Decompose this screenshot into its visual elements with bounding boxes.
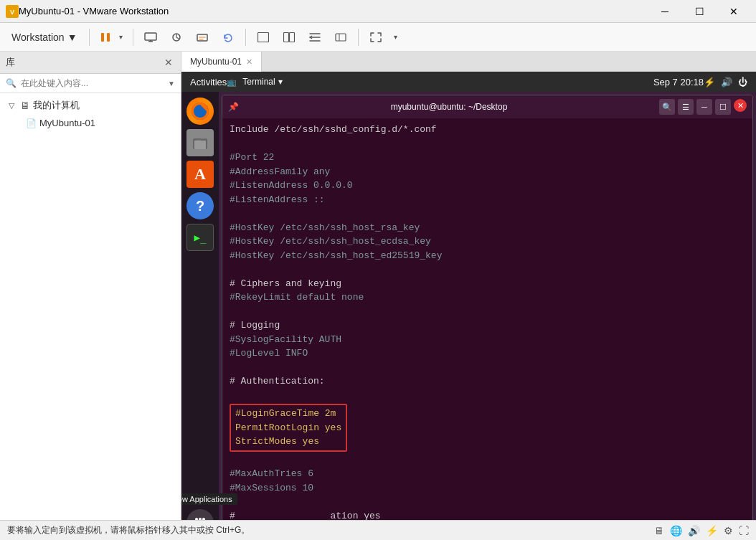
terminal-menu-arrow: ▾ bbox=[278, 77, 283, 87]
vmview2-button[interactable] bbox=[278, 26, 301, 49]
maximize-button[interactable]: ☐ bbox=[683, 0, 716, 23]
status-bar: 要将输入定向到该虚拟机，请将鼠标指针移入其中或按 Ctrl+G。 🖥 🌐 🔊 ⚡… bbox=[0, 520, 756, 540]
term-line-1: Include /etc/ssh/sshd_config.d/*.conf bbox=[230, 123, 745, 137]
ubuntu-topbar-right: ⚡ 🔊 ⏻ bbox=[704, 77, 747, 87]
term-line-auth: # Authentication: bbox=[230, 374, 745, 389]
status-stretch-icon[interactable]: ⛶ bbox=[739, 525, 749, 536]
ubuntu-power-icon[interactable]: ⏻ bbox=[738, 77, 747, 87]
svg-rect-6 bbox=[150, 40, 151, 42]
term-line-empty-6 bbox=[230, 389, 745, 403]
term-line-hk2: #HostKey /etc/ssh/ssh_host_ecdsa_key bbox=[230, 235, 745, 249]
status-settings-icon[interactable]: ⚙ bbox=[724, 525, 733, 536]
term-line-empty-4 bbox=[230, 305, 745, 319]
vm-tab-myubuntu[interactable]: MyUbuntu-01 ✕ bbox=[181, 52, 262, 72]
revert-button[interactable] bbox=[217, 26, 240, 49]
dock-terminal-icon[interactable]: ▶_ bbox=[186, 224, 214, 251]
term-line-empty-8 bbox=[230, 495, 745, 509]
ubuntu-topbar: Activities 📺 Terminal ▾ Sep 7 20:18 ⚡ 🔊 … bbox=[181, 72, 756, 92]
vm-area: MyUbuntu-01 ✕ Activities 📺 Terminal ▾ bbox=[181, 52, 756, 520]
pause-dropdown-button[interactable]: ▾ bbox=[115, 27, 127, 47]
terminal-content[interactable]: Include /etc/ssh/sshd_config.d/*.conf #P… bbox=[222, 118, 752, 520]
terminal-minimize-button[interactable]: ─ bbox=[696, 99, 712, 115]
status-vm-icon[interactable]: 🖥 bbox=[654, 525, 664, 536]
vm-tab-label: MyUbuntu-01 bbox=[190, 57, 242, 67]
term-line-la2: #ListenAddress :: bbox=[230, 193, 745, 207]
highlighted-config-block: #LoginGraceTime 2m PermitRootLogin yes S… bbox=[230, 404, 347, 452]
terminal-menu-label: Terminal bbox=[242, 77, 275, 87]
ubuntu-topbar-center: 📺 Terminal ▾ bbox=[227, 77, 282, 87]
tree-mycomputer-label: 我的计算机 bbox=[33, 99, 80, 112]
term-line-permit-root: PermitRootLogin yes bbox=[235, 421, 341, 435]
vmview4-button[interactable] bbox=[329, 26, 352, 49]
svg-point-17 bbox=[199, 518, 202, 520]
vm-icon: 📄 bbox=[26, 118, 37, 128]
search-dropdown-icon[interactable]: ▼ bbox=[168, 80, 175, 87]
ubuntu-dock: A ? ▶_ bbox=[181, 92, 219, 520]
svg-point-18 bbox=[202, 518, 205, 520]
tree-item-mycomputer[interactable]: ▽ 🖥 我的计算机 bbox=[0, 96, 181, 115]
ubuntu-container: Activities 📺 Terminal ▾ Sep 7 20:18 ⚡ 🔊 … bbox=[181, 72, 756, 520]
term-line-empty-2 bbox=[230, 207, 745, 221]
sidebar-title: 库 bbox=[6, 56, 15, 69]
dock-apps-group: Show Applications bbox=[186, 509, 214, 520]
dock-files-icon[interactable] bbox=[186, 129, 214, 156]
dock-software-icon[interactable]: A bbox=[186, 161, 214, 188]
sidebar-search: 🔍 ▼ bbox=[0, 74, 181, 93]
terminal-icon-label: ▶_ bbox=[194, 232, 207, 243]
ubuntu-network-icon[interactable]: ⚡ bbox=[704, 77, 715, 87]
ubuntu-audio-icon[interactable]: 🔊 bbox=[721, 77, 732, 87]
terminal-close-button[interactable]: ✕ bbox=[734, 99, 747, 112]
term-line-empty-5 bbox=[230, 361, 745, 375]
snapshot-button[interactable] bbox=[165, 26, 188, 49]
status-audio-icon[interactable]: 🔊 bbox=[688, 525, 700, 536]
svg-rect-3 bbox=[107, 33, 110, 42]
help-icon-label: ? bbox=[196, 198, 204, 214]
vmware-logo: V bbox=[6, 5, 19, 18]
term-line-rekey: #RekeyLimit default none bbox=[230, 290, 745, 305]
term-line-loglevel: #LogLevel INFO bbox=[230, 346, 745, 361]
vmview3-button[interactable] bbox=[303, 26, 326, 49]
dock-firefox-icon[interactable] bbox=[186, 98, 214, 125]
term-line-af: #AddressFamily any bbox=[230, 165, 745, 179]
terminal-menu-button[interactable]: Terminal ▾ bbox=[242, 77, 282, 87]
svg-rect-4 bbox=[145, 33, 156, 40]
minimize-button[interactable]: ─ bbox=[648, 0, 681, 23]
close-button[interactable]: ✕ bbox=[717, 0, 750, 23]
search-input[interactable] bbox=[21, 78, 168, 88]
dock-help-icon[interactable]: ? bbox=[186, 192, 214, 219]
status-right-icons: 🖥 🌐 🔊 ⚡ ⚙ ⛶ bbox=[654, 525, 749, 536]
terminal-menu-button-bar[interactable]: ☰ bbox=[678, 99, 694, 115]
terminal-maximize-button[interactable]: ☐ bbox=[715, 99, 731, 115]
term-line-partial: # ation yes bbox=[230, 509, 745, 521]
workstation-label: Workstation bbox=[11, 32, 65, 43]
dock-show-apps-icon[interactable] bbox=[186, 509, 214, 520]
fullscreen-dropdown-button[interactable]: ▾ bbox=[390, 27, 402, 47]
status-power-icon[interactable]: ⚡ bbox=[706, 525, 718, 536]
title-bar-controls: ─ ☐ ✕ bbox=[648, 0, 750, 23]
tree-item-vm[interactable]: 📄 MyUbuntu-01 bbox=[0, 115, 181, 131]
display-button[interactable] bbox=[139, 26, 162, 49]
main-area: 库 ✕ 🔍 ▼ ▽ 🖥 我的计算机 📄 MyUbuntu-01 MyUbuntu… bbox=[0, 52, 756, 520]
workstation-dropdown-icon: ▼ bbox=[67, 32, 77, 43]
sidebar-close-button[interactable]: ✕ bbox=[162, 56, 175, 69]
term-line-port: #Port 22 bbox=[230, 151, 745, 165]
term-line-login-grace: #LoginGraceTime 2m bbox=[235, 407, 341, 421]
term-line-empty-1 bbox=[230, 137, 745, 151]
vmview1-button[interactable] bbox=[252, 26, 275, 49]
svg-rect-15 bbox=[194, 141, 206, 149]
term-line-syslog: #SyslogFacility AUTH bbox=[230, 333, 745, 347]
terminal-titlebar-btns: 🔍 ☰ ─ ☐ ✕ bbox=[659, 99, 747, 115]
suspend-button[interactable] bbox=[191, 26, 214, 49]
pause-button[interactable] bbox=[95, 27, 115, 47]
activities-button[interactable]: Activities bbox=[190, 77, 227, 87]
terminal-search-button[interactable]: 🔍 bbox=[659, 99, 675, 115]
fullscreen-button[interactable] bbox=[364, 26, 387, 49]
status-network-icon[interactable]: 🌐 bbox=[670, 525, 682, 536]
sidebar: 库 ✕ 🔍 ▼ ▽ 🖥 我的计算机 📄 MyUbuntu-01 bbox=[0, 52, 181, 520]
tab-close-icon[interactable]: ✕ bbox=[246, 57, 252, 67]
toolbar-separator-4 bbox=[358, 29, 359, 46]
ubuntu-datetime: Sep 7 20:18 bbox=[653, 77, 704, 87]
workstation-menu[interactable]: Workstation ▼ bbox=[6, 29, 83, 46]
svg-rect-10 bbox=[283, 32, 288, 42]
toolbar: Workstation ▼ ▾ bbox=[0, 23, 756, 52]
